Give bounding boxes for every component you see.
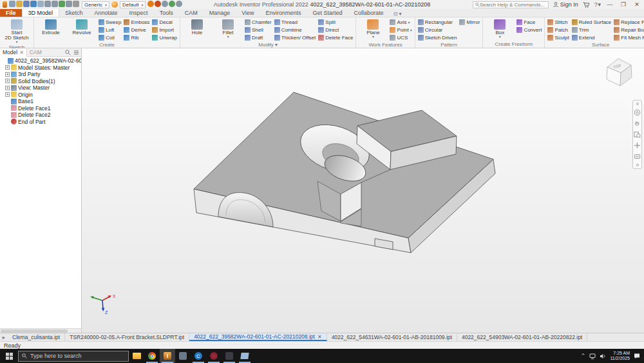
tab-scroll-icon[interactable]: ▸ [0,333,8,341]
taskbar-app-app-red[interactable] [206,349,222,363]
freeform-convert-button[interactable]: Convert [516,26,542,34]
mirror-button[interactable]: Mirror [459,19,480,26]
no-entry-icon[interactable] [73,1,79,7]
pan-icon[interactable] [634,120,641,127]
revolve-button[interactable]: Revolve [68,19,96,35]
part-model[interactable] [82,48,644,333]
browser-tab-cam[interactable]: CAM [27,48,44,57]
restore-button[interactable]: ❐ [619,1,628,8]
extend-button[interactable]: Extend [572,34,612,41]
expand-icon[interactable]: + [5,86,10,90]
box-button[interactable]: Box▾ [486,19,514,39]
expand-icon[interactable]: + [5,92,10,97]
point-button[interactable]: Point▾ [390,26,412,34]
close-icon[interactable]: ✕ [317,334,322,340]
clock[interactable]: 7:25 AM 11/2/2025 [610,351,630,361]
ribbon-display-toggle[interactable]: ⊡ ▾ [393,11,402,17]
circular-button[interactable]: Circular [418,26,457,34]
sign-in-button[interactable]: Sign In [553,1,578,8]
ruled-surface-button[interactable]: Ruled Surface [572,19,612,26]
ribbon-tab-annotate[interactable]: Annotate [89,8,124,17]
browser-tab-model[interactable]: Model ✕ [0,48,27,57]
help-menu-button[interactable]: ? ▾ [594,1,601,8]
sketch-driven-button[interactable]: Sketch Driven [418,34,457,41]
tree-item-base1[interactable]: Base1 [0,98,81,105]
chevron-down-icon[interactable]: ▾ [499,35,501,39]
taskbar-app-app-gray[interactable] [175,349,191,363]
browser-hscrollbar[interactable] [0,328,81,333]
tree-item-model-states-master[interactable]: +Model States: Master [0,64,81,72]
search-icon[interactable] [65,50,71,55]
3d-viewport[interactable]: TOP X Z [82,48,644,333]
start-button[interactable] [0,349,18,363]
coil-button[interactable]: Coil [99,34,121,41]
fit-mesh-face-button[interactable]: Fit Mesh Face [614,34,644,41]
sculpt-button[interactable]: Sculpt [547,34,569,41]
help-search-input[interactable]: Search Help & Commands... [473,1,549,8]
document-tab[interactable]: 4022_622_54903WA-02-601-01-AB-20220822.i… [457,333,587,341]
undo-icon[interactable] [30,1,37,7]
repair-bodies-button[interactable]: Repair Bodies [614,26,644,34]
chevron-down-icon[interactable]: ▾ [227,35,229,39]
orbit-icon[interactable] [634,142,641,149]
cart-icon[interactable] [583,2,590,8]
combine-button[interactable]: Combine [274,26,316,34]
plane-button[interactable]: Plane▾ [359,19,387,39]
fillet-button[interactable]: Fillet▾ [214,19,242,39]
loft-button[interactable]: Loft [99,26,121,34]
chevron-down-icon[interactable]: ▾ [372,35,374,39]
chamfer-button[interactable]: Chamfer [245,19,272,26]
appearance-ball-icon[interactable] [111,1,118,8]
split-button[interactable]: Split [318,19,353,26]
import-button[interactable]: Import [152,26,177,34]
scrollbar-thumb[interactable] [1,329,68,333]
tree-item-3rd-party[interactable]: +3rd Party [0,71,81,78]
document-tab[interactable]: TSR240000-02-05.A-Front Bracket.SLDPRT.i… [65,333,189,341]
tree-item-end-of-part[interactable]: End of Part [0,119,81,126]
document-tab[interactable]: 4022_622_39582WA-02-601-01-AC-20210208.i… [189,333,327,341]
tray-chevron-icon[interactable]: ⌃ [581,353,586,359]
expand-icon[interactable]: + [5,72,10,77]
ribbon-tab-tools[interactable]: Tools [154,8,179,17]
ribbon-tab-inspect[interactable]: Inspect [124,8,154,17]
notification-icon[interactable] [634,353,640,359]
speaker-icon[interactable] [600,353,606,359]
ribbon-tab-file[interactable]: File [0,8,22,17]
stitch-button[interactable]: Stitch [547,19,569,26]
ribbon-tab-manage[interactable]: Manage [204,8,236,17]
taskbar-app-inventor[interactable]: I [160,349,175,363]
open-icon[interactable] [16,1,23,7]
material-select[interactable]: Generic ▾ [82,1,109,8]
flag-icon[interactable] [176,1,182,7]
draft-button[interactable]: Draft [245,34,272,41]
thicken-offset-button[interactable]: Thicken/ Offset [274,34,316,41]
zoom-icon[interactable] [634,131,641,138]
tree-item-solid-bodies-1-[interactable]: +Solid Bodies(1) [0,78,81,85]
ucs-button[interactable]: UCS [390,34,412,41]
trim-button[interactable]: Trim [572,26,612,34]
chevron-down-icon[interactable]: ▾ [410,28,412,32]
patch-button[interactable]: Patch [547,26,569,34]
redo-icon[interactable] [37,1,44,7]
close-button[interactable]: ✕ [632,1,641,8]
tree-item-view-master[interactable]: +View: Master [0,84,81,92]
view-cube[interactable]: TOP [601,56,635,93]
taskbar-app-app-c[interactable]: C [191,349,206,363]
start-2d-sketch-button[interactable]: Start 2D Sketch▾ [3,19,31,44]
tree-item-origin[interactable]: +Origin [0,92,81,99]
sweep-button[interactable]: Sweep [99,19,121,26]
hole-button[interactable]: Hole [183,19,211,35]
new-icon[interactable] [9,1,15,7]
close-icon[interactable]: ✕ [19,50,24,55]
chevron-down-icon[interactable]: ▾ [408,20,410,25]
rib-button[interactable]: Rib [124,34,149,41]
plus-icon[interactable] [169,1,175,7]
material-box-icon[interactable] [59,1,65,7]
minimize-button[interactable]: — [605,1,614,8]
pin-icon[interactable] [66,1,72,7]
menu-icon[interactable] [73,50,79,55]
tree-item-delete-face2[interactable]: Delete Face2 [0,112,81,119]
ribbon-tab-cam[interactable]: CAM [179,8,204,17]
expand-icon[interactable]: + [5,79,10,83]
view-home-icon[interactable] [52,1,58,7]
